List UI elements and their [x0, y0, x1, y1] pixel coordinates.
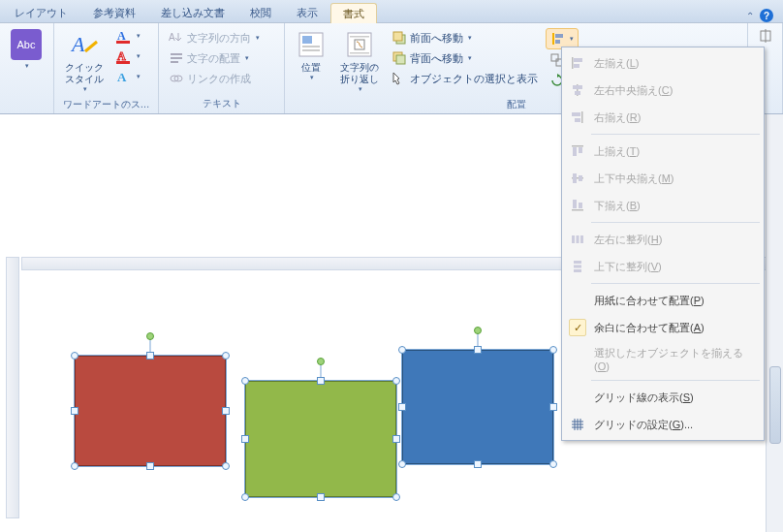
shape-style-thumb[interactable]: Abc ▾	[6, 26, 47, 73]
position-button[interactable]: 位置 ▾	[291, 26, 331, 84]
resize-handle[interactable]	[398, 403, 406, 411]
svg-rect-41	[573, 147, 577, 156]
text-outline-icon: A	[116, 48, 132, 64]
tab-layout[interactable]: レイアウト	[2, 2, 80, 22]
vertical-scrollbar[interactable]	[766, 114, 783, 532]
resize-handle[interactable]	[317, 493, 325, 501]
svg-rect-39	[575, 118, 580, 122]
help-icon[interactable]: ?	[760, 9, 773, 22]
resize-handle[interactable]	[474, 460, 482, 468]
svg-rect-46	[572, 209, 583, 211]
svg-rect-33	[574, 64, 579, 68]
send-backward-icon	[392, 50, 407, 66]
menu-distribute-v[interactable]: 上下に整列(V)	[564, 253, 762, 280]
text-fill-icon: A	[116, 28, 132, 44]
check-icon: ✓	[569, 319, 586, 336]
tab-view[interactable]: 表示	[284, 2, 330, 22]
selection-pane-button[interactable]: オブジェクトの選択と表示	[388, 69, 542, 88]
resize-handle[interactable]	[392, 493, 400, 501]
rotation-handle[interactable]	[146, 332, 154, 340]
resize-handle[interactable]	[474, 346, 482, 354]
scrollbar-thumb[interactable]	[769, 366, 781, 444]
resize-handle[interactable]	[549, 460, 557, 468]
resize-handle[interactable]	[398, 346, 406, 354]
shape-rect-green[interactable]	[244, 380, 397, 498]
svg-rect-23	[396, 55, 405, 64]
group-label-wordart: ワードアートのス…	[60, 96, 152, 113]
menu-align-bottom[interactable]: 下揃え(B)	[564, 192, 762, 219]
rotation-handle[interactable]	[474, 327, 482, 334]
svg-rect-49	[572, 235, 575, 243]
resize-handle[interactable]	[71, 462, 78, 470]
tab-mailings[interactable]: 差し込み文書	[148, 2, 237, 22]
svg-rect-45	[579, 175, 582, 181]
resize-handle[interactable]	[222, 462, 230, 470]
svg-rect-27	[551, 54, 558, 61]
resize-handle[interactable]	[317, 377, 325, 385]
menu-align-center-h[interactable]: 左右中央揃え(C)	[564, 77, 762, 104]
menu-grid-settings[interactable]: グリッドの設定(G)...	[564, 411, 762, 438]
ribbon-minimize-caret[interactable]: ⌃	[746, 11, 754, 21]
shape-rect-blue[interactable]	[401, 349, 554, 465]
resize-handle[interactable]	[241, 377, 249, 385]
dropdown-caret-icon: ▾	[25, 62, 29, 70]
menu-align-selected[interactable]: 選択したオブジェクトを揃える(O)	[564, 341, 762, 377]
tab-review[interactable]: 校閲	[237, 2, 284, 22]
svg-text:A: A	[70, 32, 85, 56]
tab-references[interactable]: 参考資料	[80, 2, 148, 22]
resize-handle[interactable]	[222, 407, 230, 415]
text-fill-button[interactable]: A▾	[112, 26, 144, 46]
svg-rect-21	[393, 32, 402, 41]
tab-format[interactable]: 書式	[330, 3, 377, 23]
shape-rect-red[interactable]	[74, 355, 227, 467]
text-outline-button[interactable]: A▾	[112, 47, 144, 66]
resize-handle[interactable]	[241, 435, 249, 443]
svg-rect-25	[555, 34, 563, 38]
menu-align-middle-v[interactable]: 上下中央揃え(M)	[564, 165, 762, 192]
text-align-button[interactable]: 文字の配置▾	[165, 48, 264, 68]
quick-styles-button[interactable]: A クイック スタイル ▾	[60, 26, 109, 96]
send-backward-button[interactable]: 背面へ移動▾	[388, 48, 542, 68]
wrap-text-button[interactable]: 文字列の 折り返し ▾	[335, 26, 384, 96]
menu-align-to-page[interactable]: 用紙に合わせて配置(P)	[564, 287, 762, 314]
text-direction-icon: A	[169, 30, 184, 46]
menu-align-top[interactable]: 上揃え(T)	[564, 138, 762, 165]
menu-separator	[591, 283, 760, 284]
menu-align-left[interactable]: 左揃え(L)	[564, 49, 762, 77]
vertical-ruler[interactable]	[6, 257, 19, 518]
distribute-v-icon	[569, 258, 586, 275]
svg-rect-4	[116, 61, 130, 64]
text-direction-button[interactable]: A 文字列の方向▾	[165, 28, 264, 47]
align-middle-v-icon	[569, 170, 586, 187]
resize-handle[interactable]	[146, 462, 154, 470]
wrap-text-icon	[344, 29, 375, 60]
quick-styles-label: クイック スタイル	[65, 62, 104, 85]
resize-handle[interactable]	[392, 377, 400, 385]
rotation-handle[interactable]	[317, 358, 325, 365]
resize-handle[interactable]	[241, 493, 249, 501]
group-wordart-styles: A クイック スタイル ▾ A▾ A▾ A▾ ワードアートのス…	[54, 23, 159, 113]
size-input-stub[interactable]	[754, 26, 777, 46]
svg-rect-13	[302, 36, 312, 44]
text-effects-button[interactable]: A▾	[112, 67, 144, 86]
menu-distribute-h[interactable]: 左右に整列(H)	[564, 226, 762, 253]
align-bottom-icon	[569, 197, 586, 214]
resize-handle[interactable]	[549, 346, 557, 354]
grid-icon	[569, 416, 586, 433]
menu-align-to-margin[interactable]: ✓ 余白に合わせて配置(A)	[564, 314, 762, 341]
resize-handle[interactable]	[146, 352, 154, 360]
svg-rect-18	[350, 36, 369, 38]
resize-handle[interactable]	[392, 435, 400, 443]
resize-handle[interactable]	[549, 403, 557, 411]
create-link-button[interactable]: リンクの作成	[165, 69, 264, 88]
resize-handle[interactable]	[222, 352, 230, 360]
svg-rect-38	[572, 112, 580, 116]
bring-forward-button[interactable]: 前面へ移動▾	[388, 28, 542, 47]
svg-rect-15	[302, 49, 320, 51]
resize-handle[interactable]	[71, 352, 78, 360]
resize-handle[interactable]	[398, 460, 406, 468]
svg-rect-26	[555, 40, 560, 44]
menu-align-right[interactable]: 右揃え(R)	[564, 104, 762, 131]
menu-view-gridlines[interactable]: グリッド線の表示(S)	[564, 384, 762, 411]
resize-handle[interactable]	[71, 407, 78, 415]
